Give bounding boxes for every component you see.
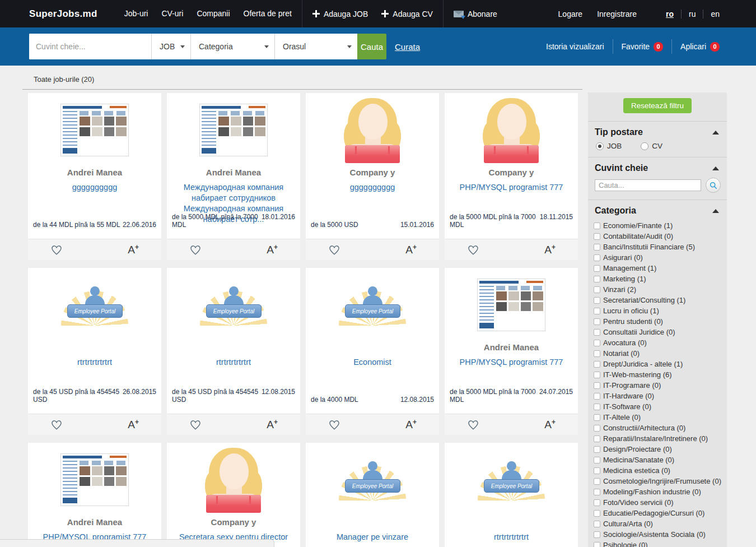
checkbox[interactable]: [594, 393, 600, 400]
category-filter-item[interactable]: Management (1): [594, 263, 722, 274]
favorite-heart-icon[interactable]: [328, 244, 340, 256]
category-filter-item[interactable]: Pentru studenti (0): [594, 316, 722, 327]
checkbox[interactable]: [594, 467, 600, 474]
category-filter-item[interactable]: Modeling/Fashion industrie (0): [594, 486, 722, 497]
favorite-heart-icon[interactable]: [189, 244, 202, 256]
radio-button[interactable]: [641, 142, 648, 150]
category-filter-item[interactable]: Banci/Institutii Financiare (5): [594, 242, 722, 252]
checkbox[interactable]: [594, 340, 600, 346]
view-history-link[interactable]: Istoria vizualizari: [538, 42, 612, 51]
apply-icon[interactable]: A+: [128, 244, 139, 255]
apply-icon[interactable]: A+: [544, 244, 556, 255]
search-button[interactable]: Cauta: [357, 34, 386, 59]
category-filter-item[interactable]: Cultura/Arta (0): [594, 518, 722, 529]
language-option[interactable]: en: [703, 10, 727, 18]
category-filter-item[interactable]: Sociologie/Asistenta Sociala (0): [594, 529, 722, 540]
radio-button[interactable]: [596, 142, 604, 150]
checkbox[interactable]: [594, 414, 600, 421]
checkbox[interactable]: [594, 404, 600, 410]
language-option[interactable]: ru: [681, 10, 703, 18]
category-filter-item[interactable]: Marketing (1): [594, 274, 722, 284]
favorite-heart-icon[interactable]: [328, 419, 340, 430]
category-filter-item[interactable]: Economie/Finante (1): [594, 220, 722, 231]
checkbox[interactable]: [594, 425, 600, 432]
checkbox[interactable]: [594, 457, 600, 463]
collapse-arrow-icon[interactable]: [712, 131, 719, 135]
checkbox[interactable]: [594, 244, 600, 251]
category-filter-item[interactable]: Drept/Juridica - altele (1): [594, 359, 722, 369]
checkbox[interactable]: [594, 499, 600, 506]
collapse-arrow-icon[interactable]: [712, 166, 719, 170]
checkbox[interactable]: [594, 276, 600, 282]
apply-icon[interactable]: A+: [544, 419, 556, 430]
category-filter-item[interactable]: IT-Altele (0): [594, 412, 722, 423]
checkbox[interactable]: [594, 542, 600, 547]
favorite-heart-icon[interactable]: [50, 244, 63, 256]
checkbox[interactable]: [594, 435, 600, 442]
favorite-heart-icon[interactable]: [189, 419, 202, 430]
login-link[interactable]: Logare: [551, 10, 590, 18]
post-type-radio[interactable]: JOB: [596, 142, 622, 150]
category-select[interactable]: Categoria: [190, 34, 274, 59]
post-type-select[interactable]: JOB: [151, 34, 190, 59]
applications-link[interactable]: Aplicari 0: [672, 42, 728, 52]
collapse-arrow-icon[interactable]: [712, 209, 719, 213]
apply-icon[interactable]: A+: [128, 419, 139, 430]
checkbox[interactable]: [594, 531, 600, 538]
category-filter-item[interactable]: Cosmetologie/Ingrijire/Frumusete (0): [594, 476, 722, 486]
checkbox[interactable]: [594, 510, 600, 517]
job-title-link[interactable]: rtrtrtrtrtrtrt: [445, 532, 578, 543]
checkbox[interactable]: [594, 489, 600, 495]
category-filter-item[interactable]: Notariat (0): [594, 348, 722, 359]
favorite-heart-icon[interactable]: [50, 419, 63, 430]
category-filter-item[interactable]: Lucru in oficiu (1): [594, 305, 722, 316]
checkbox[interactable]: [594, 265, 600, 272]
checkbox[interactable]: [594, 233, 600, 240]
checkbox[interactable]: [594, 372, 600, 378]
category-filter-item[interactable]: IT-Hardware (0): [594, 391, 722, 401]
job-title-link[interactable]: gggggggggg: [28, 182, 161, 193]
category-filter-item[interactable]: Educatie/Pedagogie/Cursuri (0): [594, 508, 722, 518]
favorites-link[interactable]: Favorite 0: [613, 42, 672, 52]
category-filter-item[interactable]: Vinzari (2): [594, 284, 722, 295]
sidebar-search-input[interactable]: [595, 179, 701, 191]
category-filter-item[interactable]: Contabilitate/Audit (0): [594, 231, 722, 242]
topbar-nav-link[interactable]: Companii: [190, 0, 236, 27]
job-title-link[interactable]: rtrtrtrtrtrtrt: [28, 357, 161, 368]
category-filter-item[interactable]: Asigurari (0): [594, 252, 722, 263]
checkbox[interactable]: [594, 361, 600, 368]
topbar-nav-link[interactable]: Oferta de pret: [237, 0, 298, 27]
category-filter-item[interactable]: Secretariat/Consulting (1): [594, 295, 722, 305]
favorite-heart-icon[interactable]: [467, 419, 479, 430]
clear-link[interactable]: Curata: [395, 42, 420, 52]
checkbox[interactable]: [594, 308, 600, 314]
job-title-link[interactable]: PHP/MYSQL programist 777: [445, 357, 578, 368]
category-filter-item[interactable]: Reparatii/Instalare/Intretinere (0): [594, 433, 722, 444]
category-filter-item[interactable]: IT-Software (0): [594, 401, 722, 412]
add-job-button[interactable]: Adauga JOB: [306, 10, 375, 18]
checkbox[interactable]: [594, 446, 600, 453]
checkbox[interactable]: [594, 318, 600, 325]
category-filter-item[interactable]: Foto/Video servicii (0): [594, 497, 722, 508]
apply-icon[interactable]: A+: [267, 419, 278, 430]
category-filter-item[interactable]: Medicina/Sanatate (0): [594, 455, 722, 465]
favorite-heart-icon[interactable]: [467, 244, 479, 256]
category-filter-item[interactable]: Avocatura (0): [594, 337, 722, 348]
job-title-link[interactable]: Manager pe vinzare: [306, 532, 439, 543]
category-filter-item[interactable]: Design/Proiectare (0): [594, 444, 722, 455]
checkbox[interactable]: [594, 297, 600, 304]
apply-icon[interactable]: A+: [405, 419, 417, 430]
category-filter-item[interactable]: Psihologie (0): [594, 540, 722, 547]
topbar-nav-link[interactable]: CV-uri: [155, 0, 190, 27]
job-title-link[interactable]: rtrtrtrtrtrtrt: [167, 357, 300, 368]
post-type-radio[interactable]: CV: [641, 142, 662, 150]
checkbox[interactable]: [594, 478, 600, 485]
checkbox[interactable]: [594, 329, 600, 336]
category-filter-item[interactable]: IT-Programare (0): [594, 380, 722, 391]
checkbox[interactable]: [594, 286, 600, 293]
site-logo[interactable]: SuperJobs.md: [29, 8, 97, 20]
add-cv-button[interactable]: Adauga CV: [375, 10, 440, 18]
city-select[interactable]: Orasul: [274, 34, 357, 59]
language-option[interactable]: ro: [659, 10, 681, 18]
category-filter-item[interactable]: IT-Web-mastering (6): [594, 369, 722, 380]
